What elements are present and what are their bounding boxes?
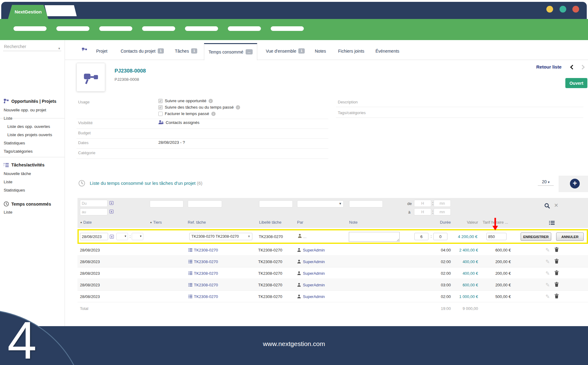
checkbox-facturer-temps[interactable]: Facturer le temps passé i [158,111,216,116]
sidebar-item-nouvelle-opp[interactable]: Nouvelle opp. ou projet [4,108,46,112]
sidebar-item-liste-taches[interactable]: Liste [4,180,13,184]
edit-duration-minutes-input[interactable] [433,233,447,240]
task-link[interactable]: TK2308-0270 [188,271,218,276]
column-settings-icon[interactable] [549,221,555,225]
table-row[interactable]: 28/08/2023 TK2308-0270 TK2308-0270 Super… [77,256,588,267]
user-link[interactable]: SuperAdmin [297,259,325,264]
checkbox-unchecked-icon[interactable] [158,112,163,116]
user-link[interactable]: SuperAdmin [297,271,325,276]
tab-evenements[interactable]: Événements [371,43,404,60]
tab-notes[interactable]: Notes [311,43,330,60]
edit-note-textarea[interactable] [349,232,400,242]
edit-pencil-icon[interactable]: ✎ [545,293,550,300]
page-size-select[interactable]: 20 ▾ [538,179,554,186]
checkbox-suivre-opportunite[interactable]: ✓ Suivre une opportunité i [158,99,213,103]
tab-fichiers-joints[interactable]: Fichiers joints [334,43,369,60]
col-valeur: Valeur [467,220,478,225]
tab-contacts-du-projet[interactable]: Contacts du projet1 [116,43,168,60]
window-maximize-dot[interactable] [560,6,566,13]
sidebar-item-liste-opp-ouvertes[interactable]: Liste des opp. ouvertes [7,124,50,129]
nav-menu-pill[interactable] [271,26,304,31]
checkbox-checked-icon[interactable]: ✓ [158,105,163,110]
task-link[interactable]: TK2308-0270 [188,248,218,252]
nav-menu-pill[interactable] [228,26,261,31]
edit-pencil-icon[interactable]: ✎ [545,259,550,265]
edit-task-select[interactable]: TK2308-0270 TK2308-0270▼ [189,233,252,240]
chevron-right-icon[interactable] [580,65,585,70]
delete-trash-icon[interactable] [555,270,559,276]
back-to-list-link[interactable]: Retour liste [536,64,562,69]
tab-projet[interactable]: Projet [92,43,112,60]
tab-temps-consomme[interactable]: Temps consommé... [204,43,257,60]
sidebar-item-statistiques-opp[interactable]: Statistiques [4,141,25,145]
tags-categories-label: Tags/catégories [338,110,366,115]
nav-menu-pill[interactable] [13,26,47,31]
filter-ref-tache-input[interactable] [188,200,222,207]
filter-time-to-hour-input[interactable] [414,208,431,215]
edit-pencil-icon[interactable]: ✎ [545,247,550,253]
nav-menu-pill[interactable] [185,26,218,31]
sidebar-item-nouvelle-tache[interactable]: Nouvelle tâche [4,171,31,176]
sidebar-item-liste-projets-ouverts[interactable]: Liste des projets ouverts [7,132,52,137]
task-link[interactable]: TK2308-0270 [188,294,218,299]
edit-minute-select[interactable]: ▾ [132,233,143,240]
filter-note-input[interactable] [349,200,383,207]
search-icon[interactable] [544,203,550,209]
checkbox-suivre-taches[interactable]: ✓ Suivre des tâches ou du temps passé i [158,105,240,110]
search-input[interactable]: Rechercher ▾ [3,43,61,51]
edit-duration-hours-input[interactable] [414,233,428,240]
sidebar-item-liste-temps[interactable]: Liste [4,210,13,214]
save-button[interactable]: ENREGISTRER [521,233,551,241]
filter-date-from-input[interactable] [80,200,107,207]
delete-trash-icon[interactable] [555,259,559,265]
sidebar-item-tags-categories[interactable]: Tags/catégories [4,149,33,154]
clear-filter-icon[interactable]: ✕ [554,202,558,209]
window-close-dot[interactable] [572,6,579,13]
edit-hour-select[interactable]: ▾ [116,233,128,240]
filter-date-to-input[interactable] [80,208,107,215]
filter-libelle-input[interactable] [259,200,293,207]
visibilite-label: Visibilité [78,121,92,125]
sort-asc-icon[interactable]: ▲ [150,221,152,224]
brand-tab[interactable]: NextGestion [8,5,48,19]
delete-trash-icon[interactable] [555,294,559,300]
active-page-tab-placeholder[interactable] [45,5,77,16]
nav-menu-pill[interactable] [56,26,89,31]
task-link[interactable]: TK2308-0270 [188,283,218,287]
filter-time-to-min-input[interactable] [434,208,451,215]
checkbox-checked-icon[interactable]: ✓ [158,99,163,103]
table-row[interactable]: 28/08/2023 TK2308-0270 TK2308-0270 Super… [77,279,588,291]
sort-asc-icon[interactable]: ▲ [80,221,82,224]
user-link[interactable]: SuperAdmin [297,248,325,252]
user-link[interactable]: SuperAdmin [297,294,325,299]
chevron-down-icon[interactable]: ▾ [58,44,60,52]
edit-pencil-icon[interactable]: ✎ [545,282,550,288]
filter-time-from-min-input[interactable] [434,200,451,207]
sidebar-item-statistiques-taches[interactable]: Statistiques [4,188,25,192]
window-minimize-dot[interactable] [546,6,553,13]
calendar-icon[interactable] [109,209,114,214]
task-link[interactable]: TK2308-0270 [188,259,218,264]
chevron-left-icon[interactable] [570,65,575,70]
filter-tiers-input[interactable] [150,200,183,207]
edit-tarif-input[interactable] [486,233,507,240]
filter-par-select[interactable]: ▼ [297,200,344,207]
status-ouvert-button[interactable]: Ouvert [565,78,587,88]
table-row[interactable]: 28/08/2023 TK2308-0270 TK2308-0270 Super… [77,268,588,279]
tab-vue-densemble[interactable]: Vue d'ensemble1 [262,43,309,60]
delete-trash-icon[interactable] [555,282,559,288]
cancel-button[interactable]: ANNULER [556,233,584,241]
delete-trash-icon[interactable] [555,247,559,253]
add-time-entry-button[interactable]: + [570,179,580,188]
filter-time-from-hour-input[interactable] [414,200,431,207]
calendar-icon[interactable] [109,201,114,205]
nav-menu-pill[interactable] [99,26,132,31]
nav-menu-pill[interactable] [142,26,175,31]
table-row[interactable]: 28/08/2023 TK2308-0270 TK2308-0270 Super… [77,291,588,302]
edit-date-input[interactable] [80,233,108,240]
user-link[interactable]: SuperAdmin [297,283,325,287]
tab-taches[interactable]: Tâches1 [171,43,202,60]
calendar-icon[interactable] [110,234,114,239]
table-row[interactable]: 28/08/2023 TK2308-0270 TK2308-0270 Super… [77,244,588,256]
edit-pencil-icon[interactable]: ✎ [545,270,550,277]
